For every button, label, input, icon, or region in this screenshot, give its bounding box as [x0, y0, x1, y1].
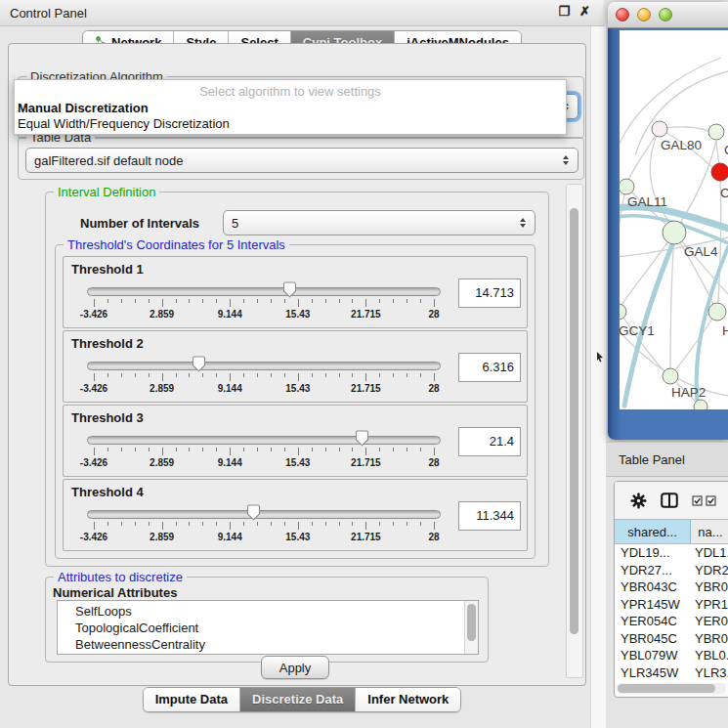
- threshold-value-field[interactable]: 6.316: [458, 353, 521, 382]
- table-row[interactable]: YBR043CYBR0...: [615, 578, 728, 596]
- network-node[interactable]: [708, 124, 724, 140]
- network-node[interactable]: [620, 179, 634, 194]
- attributes-group-title: Attributes to discretize: [54, 570, 187, 584]
- slider-handle-icon[interactable]: [192, 356, 206, 372]
- close-icon[interactable]: ✗: [579, 4, 590, 19]
- list-item[interactable]: SelfLoops: [58, 603, 478, 620]
- node-label: HAP2: [671, 385, 706, 400]
- table-horizontal-scrollbar[interactable]: [617, 683, 726, 694]
- network-window-titlebar[interactable]: [608, 2, 728, 28]
- threshold-slider[interactable]: -3.4262.8599.14415.4321.71528: [87, 507, 441, 548]
- threshold-panel-3: Threshold 3-3.4262.8599.14415.4321.71528…: [63, 405, 528, 477]
- close-traffic-light-icon[interactable]: [616, 8, 629, 21]
- dropdown-option-equal-width-frequency-discretization[interactable]: Equal Width/Frequency Discretization: [15, 115, 566, 131]
- threshold-value-field[interactable]: 21.4: [458, 427, 521, 456]
- slider-handle-icon[interactable]: [282, 281, 297, 298]
- table-panel-toolbar: [615, 482, 728, 519]
- table-row[interactable]: YLR345WYLR3...: [615, 664, 728, 682]
- slider-tick-labels: -3.4262.8599.14415.4321.71528: [94, 532, 434, 543]
- network-graph[interactable]: GAL80GACGAL11GAL4GCY1HHAP2: [620, 30, 728, 409]
- network-window: GAL80GACGAL11GAL4GCY1HHAP2: [608, 2, 728, 440]
- table-data-combo-value: galFiltered.sif default node: [34, 153, 558, 168]
- minimize-traffic-light-icon[interactable]: [637, 8, 651, 21]
- network-node[interactable]: [663, 368, 678, 384]
- node-label: GAL4: [684, 244, 718, 259]
- numerical-attributes-label: Numerical Attributes: [53, 585, 177, 600]
- interval-group-title: Interval Definition: [54, 185, 159, 199]
- tab-impute-data[interactable]: Impute Data: [144, 688, 240, 711]
- slider-tick-labels: -3.4262.8599.14415.4321.71528: [94, 309, 434, 321]
- network-node[interactable]: [711, 163, 728, 181]
- thresholds-group-title: Threshold's Coordinates for 5 Intervals: [64, 237, 289, 252]
- tab-discretize-data[interactable]: Discretize Data: [240, 688, 356, 711]
- network-node[interactable]: [620, 304, 626, 320]
- threshold-value-field[interactable]: 14.713: [458, 278, 521, 308]
- list-item[interactable]: TopologicalCoefficient: [58, 620, 478, 636]
- apply-button[interactable]: Apply: [261, 656, 329, 679]
- table-data-combobox[interactable]: galFiltered.sif default node: [25, 148, 578, 173]
- threshold-label: Threshold 2: [71, 336, 144, 351]
- checkbox-icon[interactable]: [706, 495, 716, 506]
- column-header-shared-name[interactable]: shared...: [615, 520, 691, 543]
- list-item[interactable]: BetweennessCentrality: [58, 636, 478, 653]
- list-scrollbar[interactable]: [464, 601, 478, 654]
- mouse-cursor: [596, 352, 604, 363]
- slider-handle-icon[interactable]: [355, 430, 369, 447]
- node-label: C: [720, 186, 728, 200]
- intervals-count-combobox[interactable]: 5: [223, 210, 535, 236]
- network-node[interactable]: [694, 400, 707, 409]
- panel-scrollbar[interactable]: [566, 184, 583, 678]
- table-panel: shared... na... YDL19...YDL1...YDR27...Y…: [614, 481, 728, 698]
- threshold-panel-1: Threshold 1-3.4262.8599.14415.4321.71528…: [63, 256, 528, 328]
- table-row[interactable]: YDL19...YDL1...: [615, 544, 728, 562]
- table-row[interactable]: YPR145WYPR1...: [615, 596, 728, 614]
- panel-title: Control Panel: [10, 6, 87, 21]
- threshold-label: Threshold 4: [71, 485, 144, 499]
- bottom-tabbar: Impute DataDiscretize DataInfer Network: [0, 687, 604, 712]
- network-window-frame: GAL80GACGAL11GAL4GCY1HHAP2: [608, 28, 728, 440]
- dropdown-option-manual-discretization[interactable]: Manual Discretization: [15, 100, 566, 115]
- combo-stepper-icon: [515, 218, 531, 228]
- zoom-traffic-light-icon[interactable]: [659, 8, 672, 21]
- slider-ticks: [94, 448, 434, 456]
- threshold-slider[interactable]: -3.4262.8599.14415.4321.71528: [87, 284, 441, 325]
- threshold-label: Threshold 1: [71, 262, 144, 277]
- slider-tick-labels: -3.4262.8599.14415.4321.71528: [94, 383, 434, 395]
- split-column-icon[interactable]: [661, 492, 678, 508]
- table-panel-titlebar: Table Panel: [606, 442, 728, 477]
- network-node[interactable]: [708, 303, 726, 321]
- float-window-icon[interactable]: ❐: [558, 4, 570, 19]
- table-row[interactable]: YBR045CYBR0...: [615, 630, 728, 648]
- node-label: GAL80: [661, 138, 702, 152]
- numerical-attributes-list[interactable]: SelfLoopsTopologicalCoefficientBetweenne…: [57, 600, 479, 655]
- network-node[interactable]: [663, 221, 686, 244]
- slider-ticks: [94, 299, 434, 308]
- tab-label: Impute Data: [155, 692, 228, 707]
- intervals-count-value: 5: [232, 216, 515, 231]
- threshold-panel-4: Threshold 4-3.4262.8599.14415.4321.71528…: [63, 479, 528, 551]
- intervals-count-label: Number of Intervals: [80, 216, 199, 231]
- node-label: GAL11: [627, 194, 667, 209]
- node-label: GCY1: [620, 323, 655, 338]
- table-header-row: shared... na...: [615, 519, 728, 544]
- gear-icon[interactable]: [630, 492, 647, 509]
- network-node[interactable]: [652, 121, 667, 137]
- tab-infer-network[interactable]: Infer Network: [356, 688, 460, 711]
- tab-label: Discretize Data: [252, 692, 343, 707]
- node-label: GA: [724, 143, 728, 157]
- threshold-label: Threshold 3: [71, 410, 144, 425]
- network-canvas[interactable]: GAL80GACGAL11GAL4GCY1HHAP2: [620, 30, 728, 409]
- slider-handle-icon[interactable]: [246, 504, 261, 521]
- column-header-name[interactable]: na...: [691, 520, 728, 543]
- threshold-slider[interactable]: -3.4262.8599.14415.4321.71528: [87, 433, 441, 474]
- table-row[interactable]: YBL079WYBL0...: [615, 647, 728, 664]
- combo-stepper-icon: [558, 155, 574, 165]
- threshold-value-field[interactable]: 11.344: [458, 501, 521, 531]
- table-row[interactable]: YER054CYER0...: [615, 613, 728, 630]
- table-row[interactable]: YDR27...YDR2...: [615, 562, 728, 579]
- checkbox-icon[interactable]: [692, 495, 703, 506]
- dropdown-prompt: Select algorithm to view settings: [15, 80, 566, 100]
- control-panel: Control Panel ❐ ✗ NetworkStyleSelectCyni…: [0, 0, 604, 728]
- threshold-slider[interactable]: -3.4262.8599.14415.4321.71528: [87, 359, 441, 400]
- table-panel-title: Table Panel: [619, 452, 685, 467]
